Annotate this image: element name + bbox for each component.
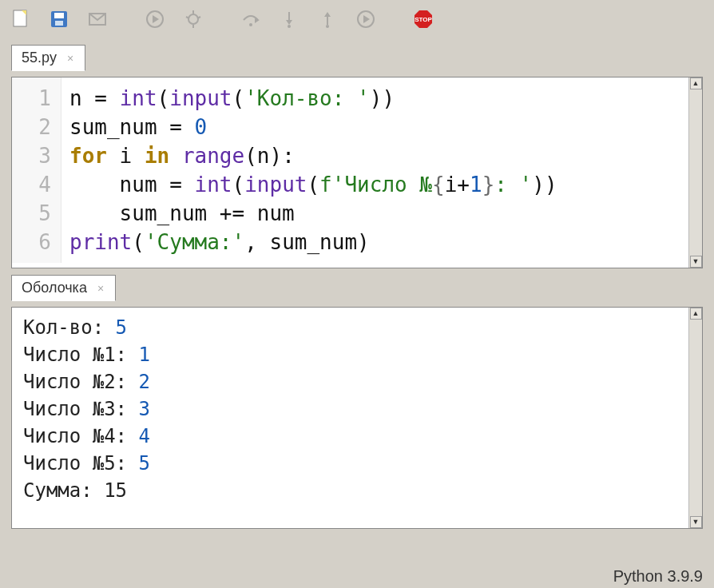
status-bar: Python 3.9.9	[613, 564, 703, 588]
mail-icon[interactable]	[85, 6, 110, 32]
editor-tab[interactable]: 55.py ×	[11, 45, 85, 71]
line-number: 3	[12, 141, 51, 170]
continue-icon[interactable]	[353, 6, 379, 32]
save-icon[interactable]	[46, 6, 72, 32]
svg-text:STOP: STOP	[415, 16, 432, 23]
debug-icon[interactable]	[180, 6, 206, 32]
new-file-icon[interactable]	[8, 6, 34, 32]
shell-line: Число №1: 1	[23, 341, 691, 368]
scroll-down-icon[interactable]: ▼	[690, 516, 702, 528]
svg-point-14	[249, 23, 252, 26]
line-number: 1	[12, 84, 51, 113]
code-content[interactable]: n = int(input('Кол-во: ')) sum_num = 0 f…	[61, 77, 565, 263]
python-version: Python 3.9.9	[613, 567, 703, 586]
step-out-icon[interactable]	[315, 6, 340, 32]
svg-marker-7	[153, 15, 159, 23]
line-number: 5	[12, 199, 51, 228]
line-number: 2	[12, 113, 51, 141]
svg-rect-3	[54, 13, 64, 18]
shell-scrollbar[interactable]: ▲ ▼	[688, 308, 702, 528]
shell-tab-bar: Оболочка ×	[11, 275, 714, 301]
shell-line: Число №3: 3	[23, 395, 691, 423]
svg-point-8	[188, 14, 198, 24]
scroll-up-icon[interactable]: ▲	[690, 77, 702, 89]
svg-rect-4	[55, 21, 63, 26]
shell-line: Число №4: 4	[23, 423, 691, 450]
svg-marker-20	[363, 15, 370, 23]
code-editor: 1 2 3 4 5 6 n = int(input('Кол-во: ')) s…	[11, 77, 703, 268]
shell-tab[interactable]: Оболочка ×	[11, 275, 116, 301]
scroll-down-icon[interactable]: ▼	[690, 256, 702, 268]
step-into-icon[interactable]	[276, 6, 302, 32]
svg-marker-17	[324, 12, 331, 17]
shell-panel: Кол-во: 5 Число №1: 1 Число №2: 2 Число …	[11, 307, 703, 529]
step-over-icon[interactable]	[238, 6, 264, 32]
close-icon[interactable]: ×	[97, 282, 104, 295]
editor-tab-bar: 55.py ×	[11, 45, 714, 71]
line-gutter: 1 2 3 4 5 6	[12, 77, 61, 263]
editor-scrollbar[interactable]: ▲ ▼	[688, 77, 702, 268]
editor-tab-label: 55.py	[22, 50, 57, 66]
shell-output[interactable]: Кол-во: 5 Число №1: 1 Число №2: 2 Число …	[12, 308, 702, 511]
svg-point-16	[288, 25, 291, 28]
toolbar: STOP	[0, 0, 714, 38]
shell-tab-label: Оболочка	[22, 280, 87, 296]
close-icon[interactable]: ×	[67, 52, 73, 65]
shell-line: Кол-во: 5	[23, 314, 691, 341]
line-number: 4	[12, 170, 51, 199]
line-number: 6	[12, 228, 51, 256]
svg-marker-15	[286, 20, 292, 25]
shell-line: Число №2: 2	[23, 368, 691, 395]
shell-line: Сумма: 15	[23, 477, 691, 504]
svg-point-18	[326, 25, 329, 28]
run-icon[interactable]	[142, 6, 168, 32]
scroll-up-icon[interactable]: ▲	[690, 308, 702, 320]
shell-line: Число №5: 5	[23, 450, 691, 477]
stop-icon[interactable]: STOP	[411, 6, 436, 32]
